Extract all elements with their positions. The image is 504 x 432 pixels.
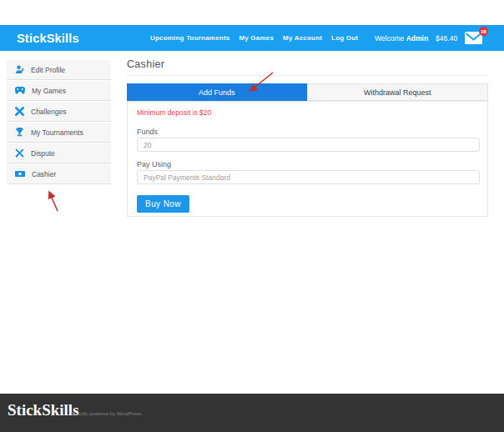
nav-my-games[interactable]: My Games — [239, 34, 274, 42]
welcome-text: Welcome Admin — [375, 34, 428, 43]
dispute-icon — [15, 148, 24, 158]
sidebar-item-my-games[interactable]: My Games — [7, 81, 111, 101]
nav-log-out[interactable]: Log Out — [331, 34, 358, 42]
sidebar-item-label: Edit Profile — [31, 66, 65, 74]
gamepad-icon — [15, 87, 25, 94]
notification-badge: 28 — [479, 27, 488, 36]
main-content: Cashier Add Funds Withdrawal Request Min… — [127, 55, 488, 280]
challenges-icon — [15, 107, 24, 116]
sidebar-item-challenges[interactable]: Challenges — [7, 102, 111, 122]
trophy-icon — [15, 128, 24, 137]
pay-using-input[interactable] — [137, 170, 480, 184]
top-navigation-bar: StickSkills Upcoming Tournaments My Game… — [0, 25, 504, 51]
cashier-tabs: Add Funds Withdrawal Request — [127, 83, 488, 101]
sidebar-item-label: My Games — [32, 87, 66, 95]
minimum-deposit-notice: Minimum deposit is $20 — [137, 108, 211, 117]
tab-add-funds[interactable]: Add Funds — [127, 83, 307, 101]
sidebar-item-cashier[interactable]: Cashier — [7, 164, 111, 184]
mail-icon[interactable]: 28 — [465, 32, 482, 44]
funds-input[interactable] — [137, 138, 480, 152]
title-divider — [127, 75, 488, 76]
user-area: Welcome Admin $46.40 28 — [375, 25, 482, 51]
arrow-to-cashier-item — [49, 192, 58, 211]
funds-label: Funds — [137, 128, 158, 136]
cashier-icon — [15, 170, 25, 178]
tab-withdrawal-request[interactable]: Withdrawal Request — [307, 83, 489, 101]
welcome-prefix: Welcome — [375, 34, 404, 43]
sidebar-item-label: Dispute — [31, 149, 55, 158]
sidebar-item-label: Challenges — [31, 108, 67, 116]
nav-my-account[interactable]: My Account — [283, 34, 322, 42]
page-title: Cashier — [127, 58, 164, 70]
sidebar-item-edit-profile[interactable]: Edit Profile — [7, 60, 111, 80]
site-logo[interactable]: StickSkills — [17, 32, 79, 45]
sidebar: Edit Profile My Games Challenges My Tour… — [7, 60, 111, 185]
footer-credit[interactable]: Proudly powered by WordPress — [71, 411, 141, 416]
sidebar-item-dispute[interactable]: Dispute — [7, 143, 111, 163]
sidebar-item-label: Cashier — [32, 170, 56, 178]
buy-now-button[interactable]: Buy Now — [137, 195, 189, 213]
edit-profile-icon — [15, 65, 24, 74]
footer: StickSkills Proudly powered by WordPress — [0, 394, 504, 432]
balance-amount[interactable]: $46.40 — [436, 34, 457, 43]
add-funds-panel: Minimum deposit is $20 Funds Pay Using B… — [127, 101, 488, 217]
page: StickSkills Upcoming Tournaments My Game… — [0, 0, 504, 432]
sidebar-item-label: My Tournaments — [31, 128, 83, 137]
sidebar-item-my-tournaments[interactable]: My Tournaments — [7, 123, 111, 143]
footer-logo[interactable]: StickSkills — [8, 401, 79, 419]
main-nav: Upcoming Tournaments My Games My Account… — [150, 25, 358, 51]
username: Admin — [406, 34, 428, 43]
nav-upcoming-tournaments[interactable]: Upcoming Tournaments — [150, 34, 229, 42]
pay-using-label: Pay Using — [137, 160, 171, 168]
